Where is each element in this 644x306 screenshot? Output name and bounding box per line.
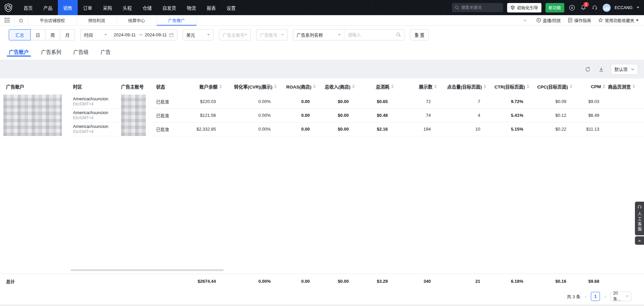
menu-item-purchasing[interactable]: 采购: [98, 0, 117, 15]
col-cpc[interactable]: CPC(目标页面): [532, 83, 575, 90]
date-range-input[interactable]: 2024-09-11 2024-09-11: [110, 32, 177, 37]
customer-service-label: 人工客服: [637, 212, 642, 232]
time-type-select[interactable]: 时间: [81, 30, 110, 40]
ctr-value: 5.41%: [489, 108, 532, 122]
column-view-value: 默认项: [614, 66, 628, 72]
global-search[interactable]: [452, 3, 503, 12]
tabs-collapse-chevron-icon[interactable]: [523, 19, 527, 22]
campaign-field-select[interactable]: 广告系列名称: [293, 30, 344, 40]
period-summary-button[interactable]: 汇总: [9, 29, 31, 40]
home-icon[interactable]: [14, 15, 28, 25]
sort-icon[interactable]: [434, 84, 437, 89]
col-cpm[interactable]: CPM: [575, 84, 608, 89]
period-day-button[interactable]: 日: [31, 29, 45, 40]
account-chevron-down-icon[interactable]: [637, 7, 639, 8]
col-spend[interactable]: 总消耗: [357, 83, 396, 90]
menu-item-settings[interactable]: 设置: [221, 0, 241, 15]
notification-bell-icon[interactable]: 2: [580, 4, 587, 11]
tabstrip-right: 直播/回放 操作指南 常用功能收藏夹: [523, 15, 644, 25]
subtab-ad-group[interactable]: 广告组: [73, 44, 88, 60]
live-replay-link[interactable]: 直播/回放: [536, 17, 561, 24]
sort-icon[interactable]: [603, 84, 605, 89]
redacted-advertiser-id: [121, 108, 146, 122]
sort-icon[interactable]: [274, 84, 277, 89]
campaign-search-control: 广告系列名称: [293, 29, 405, 40]
menu-item-warehouse[interactable]: 仓储: [137, 0, 157, 15]
ad-account-select[interactable]: 广告账号: [256, 29, 288, 40]
account-name[interactable]: ECCANG: [615, 5, 633, 10]
sort-icon[interactable]: [391, 84, 394, 89]
date-start-value[interactable]: 2024-09-11: [114, 32, 136, 37]
tab-estimated-profit[interactable]: 预估利润: [77, 15, 117, 25]
col-ctr[interactable]: CTR(目标页面): [489, 83, 532, 90]
currency-chevron-down-icon: [207, 34, 210, 36]
total-ctr: 6.18%: [489, 274, 532, 288]
pagination-bar: 共 3 条 ‹ 1 › 20 条...: [0, 288, 644, 304]
operation-guide-link[interactable]: 操作指南: [568, 17, 591, 24]
page-size-select[interactable]: 20 条...: [610, 292, 631, 301]
next-page-chevron-icon[interactable]: ›: [604, 294, 606, 299]
campaign-keyword-box: [344, 30, 404, 40]
col-clicks[interactable]: 点击量(目标页面): [440, 83, 489, 90]
horizontal-scrollbar[interactable]: [71, 269, 224, 271]
advertiser-account-select[interactable]: 广告主账号: [219, 29, 251, 40]
refresh-icon[interactable]: [584, 66, 592, 73]
col-impressions[interactable]: 展示数: [396, 83, 440, 90]
tab-ad-promotion[interactable]: 广告推广: [157, 15, 197, 25]
favorites-label: 常用功能收藏夹: [605, 17, 634, 24]
prev-page-chevron-icon[interactable]: ‹: [585, 294, 586, 299]
sort-icon[interactable]: [570, 84, 572, 89]
export-download-icon[interactable]: [598, 66, 605, 73]
campaign-keyword-input[interactable]: [348, 32, 394, 37]
col-cvr[interactable]: 转化率(CVR)(展示): [225, 83, 279, 90]
menu-item-logistics[interactable]: 物流: [182, 0, 201, 15]
menu-item-first-leg[interactable]: 头程: [117, 0, 137, 15]
report-subtabs: 广告账户 广告系列 广告组 广告: [0, 44, 644, 60]
table-row[interactable]: America/AsuncionEtc/GMT+4 已批准 $121.56 0.…: [0, 108, 644, 122]
sort-icon[interactable]: [313, 84, 316, 89]
favorites-link[interactable]: 常用功能收藏夹: [598, 17, 639, 24]
new-feature-button[interactable]: 新功能: [545, 3, 564, 12]
subtab-campaign[interactable]: 广告系列: [41, 44, 61, 60]
init-guide-button[interactable]: 初始化引导: [507, 3, 541, 12]
menu-item-products[interactable]: 产品: [38, 0, 58, 15]
menu-item-orders[interactable]: 订单: [78, 0, 98, 15]
menu-item-reports[interactable]: 报表: [201, 0, 221, 15]
sort-icon[interactable]: [352, 84, 355, 89]
sort-icon[interactable]: [219, 84, 222, 89]
sort-icon[interactable]: [484, 84, 486, 89]
global-search-input[interactable]: [461, 5, 500, 10]
widget-collapse-button[interactable]: »: [635, 236, 644, 245]
customer-service-button[interactable]: 人工客服: [635, 202, 644, 235]
col-product-page-views[interactable]: 商品页浏览: [608, 83, 644, 90]
col-revenue[interactable]: 总收入(商店): [318, 83, 357, 90]
page-number-button[interactable]: 1: [591, 292, 600, 301]
col-roas[interactable]: ROAS(商店): [279, 83, 318, 90]
tab-platform-shop-auth[interactable]: 平台店铺授权: [28, 15, 77, 25]
table-row[interactable]: America/AsuncionEtc/GMT+4 已批准 $220.03 0.…: [0, 95, 644, 108]
time-type-value: 时间: [84, 32, 93, 38]
download-circle-icon[interactable]: [568, 4, 576, 11]
status-value: 已批准: [153, 95, 187, 108]
user-avatar[interactable]: [603, 4, 611, 12]
column-view-select[interactable]: 默认项: [611, 64, 638, 75]
tab-settlement-center[interactable]: 结算中心: [117, 15, 157, 25]
menu-item-sales[interactable]: 销售: [58, 0, 78, 15]
reset-button[interactable]: 重 置: [410, 29, 429, 40]
headset-icon[interactable]: [591, 4, 599, 11]
date-end-value[interactable]: 2024-09-11: [145, 32, 167, 37]
currency-select[interactable]: 美元: [183, 29, 214, 40]
sort-icon[interactable]: [633, 84, 635, 89]
menu-item-self-delivery[interactable]: 自发货: [157, 0, 182, 15]
period-month-button[interactable]: 月: [60, 29, 75, 40]
subtab-ad-account[interactable]: 广告账户: [9, 44, 29, 60]
period-week-button[interactable]: 周: [45, 29, 60, 40]
clicks-value: 4: [440, 108, 489, 122]
subtab-ad[interactable]: 广告: [101, 44, 111, 60]
sort-icon[interactable]: [527, 84, 529, 89]
menu-item-home[interactable]: 首页: [18, 0, 38, 15]
col-balance[interactable]: 账户余额: [187, 83, 225, 90]
app-grid-icon[interactable]: [0, 15, 14, 25]
keyword-search-icon[interactable]: [396, 32, 401, 37]
table-row[interactable]: America/AsuncionEtc/GMT+4 已批准 $2,332.85 …: [0, 122, 644, 136]
